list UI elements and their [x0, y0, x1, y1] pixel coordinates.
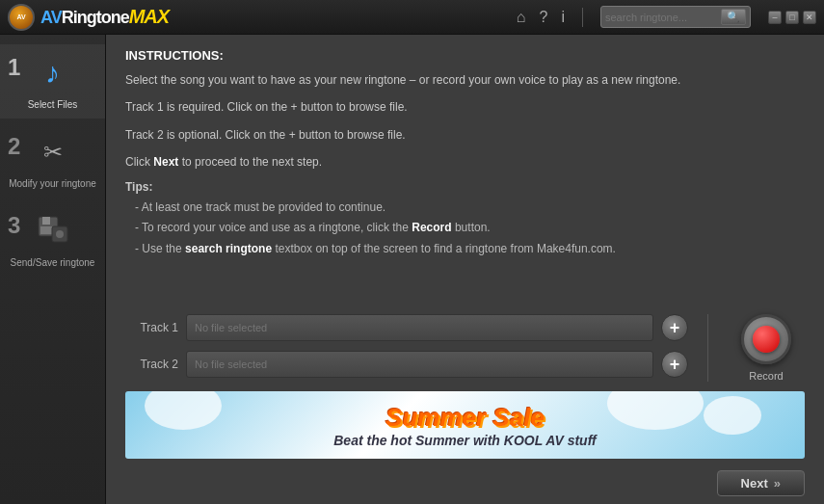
content-area: INSTRUCTIONS: Select the song you want t…: [106, 35, 824, 504]
record-button[interactable]: [741, 314, 791, 364]
track1-input[interactable]: [186, 314, 653, 341]
record-dot-icon: [753, 326, 780, 353]
track1-add-button[interactable]: +: [661, 314, 688, 341]
next-link-text: Next: [153, 155, 178, 169]
tracks-left: Track 1 + Track 2 +: [125, 314, 688, 382]
sidebar-step-3[interactable]: 3 Send/Save ringtone: [0, 202, 105, 277]
sidebar-step-2[interactable]: 2 ✂ Modify your ringtone: [0, 123, 105, 198]
step-number-1: 1: [8, 54, 20, 81]
save-icon: [35, 213, 71, 250]
instructions-line3: Track 2 is optional. Click on the + butt…: [125, 125, 805, 145]
step-label-3: Send/Save ringtone: [11, 256, 95, 269]
home-icon[interactable]: ⌂: [517, 9, 526, 26]
window-controls: – □ ✕: [768, 11, 816, 24]
next-button[interactable]: Next »: [717, 470, 805, 496]
minimize-button[interactable]: –: [768, 11, 782, 24]
track2-row: Track 2 +: [125, 351, 688, 378]
instructions-line1: Select the song you want to have as your…: [125, 70, 805, 90]
record-area: Record: [728, 314, 805, 382]
titlebar-separator: [582, 8, 583, 27]
instructions-line2: Track 1 is required. Click on the + butt…: [125, 97, 805, 117]
next-label: Next: [741, 476, 768, 491]
tips-title: Tips:: [125, 180, 805, 194]
next-chevrons-icon: »: [774, 476, 781, 491]
ad-banner[interactable]: Summer Sale Beat the hot Summer with KOO…: [125, 391, 805, 459]
sidebar: 1 ♪ Select Files 2 ✂ Modify your rington…: [0, 35, 106, 504]
titlebar-icons: ⌂ ? i 🔍: [517, 6, 751, 28]
cloud-3: [607, 391, 704, 430]
sidebar-step-1[interactable]: 1 ♪ Select Files: [0, 44, 105, 119]
svg-point-4: [56, 230, 64, 238]
instructions-line4: Click Next to proceed to the next step.: [125, 152, 805, 172]
tip-3: - Use the search ringtone textbox on top…: [135, 239, 805, 260]
step-icon-2: ✂: [32, 131, 74, 173]
step-icon-1: ♪: [32, 52, 74, 94]
track2-label: Track 2: [125, 358, 178, 371]
titlebar: AV AVRingtoneMAX ⌂ ? i 🔍 – □ ✕: [0, 0, 824, 35]
tracks-section: Track 1 + Track 2 + Record: [106, 305, 824, 391]
track2-input[interactable]: [186, 351, 653, 378]
track2-add-button[interactable]: +: [661, 351, 688, 378]
app-title: AVRingtoneMAX: [40, 6, 169, 28]
banner-text: Summer Sale Beat the hot Summer with KOO…: [333, 403, 597, 448]
help-icon[interactable]: ?: [540, 9, 548, 26]
restore-button[interactable]: □: [785, 11, 799, 24]
music-note-icon: ♪: [45, 57, 60, 90]
scissors-icon: ✂: [43, 139, 63, 166]
tracks-divider: [707, 314, 708, 382]
tips-list: - At least one track must be provided to…: [125, 198, 805, 260]
banner-main-text: Summer Sale: [333, 403, 597, 433]
track1-label: Track 1: [125, 321, 178, 334]
footer: Next »: [106, 466, 824, 504]
step-number-3: 3: [8, 212, 20, 239]
cloud-1: [145, 391, 222, 430]
app-logo: AV: [8, 4, 35, 31]
tip-2: - To record your voice and use as a ring…: [135, 218, 805, 239]
step-icon-3: [32, 210, 74, 252]
info-icon[interactable]: i: [561, 9, 565, 26]
search-highlight: search ringtone: [185, 242, 272, 255]
svg-rect-1: [42, 217, 50, 225]
main-layout: 1 ♪ Select Files 2 ✂ Modify your rington…: [0, 35, 824, 504]
step-label-2: Modify your ringtone: [9, 177, 96, 190]
record-highlight: Record: [412, 221, 451, 234]
close-button[interactable]: ✕: [803, 11, 816, 24]
record-label: Record: [749, 370, 783, 382]
logo-area: AV AVRingtoneMAX: [8, 4, 517, 31]
svg-rect-2: [40, 226, 52, 234]
search-input[interactable]: [605, 12, 721, 23]
search-button[interactable]: 🔍: [721, 9, 746, 25]
step-number-2: 2: [8, 133, 20, 160]
tip-1: - At least one track must be provided to…: [135, 198, 805, 219]
step-label-1: Select Files: [28, 98, 78, 111]
instructions-area: INSTRUCTIONS: Select the song you want t…: [106, 35, 824, 305]
track1-row: Track 1 +: [125, 314, 688, 341]
search-box: 🔍: [600, 6, 751, 28]
instructions-title: INSTRUCTIONS:: [125, 48, 805, 63]
banner-sub-text: Beat the hot Summer with KOOL AV stuff: [333, 433, 597, 448]
cloud-2: [704, 396, 761, 435]
